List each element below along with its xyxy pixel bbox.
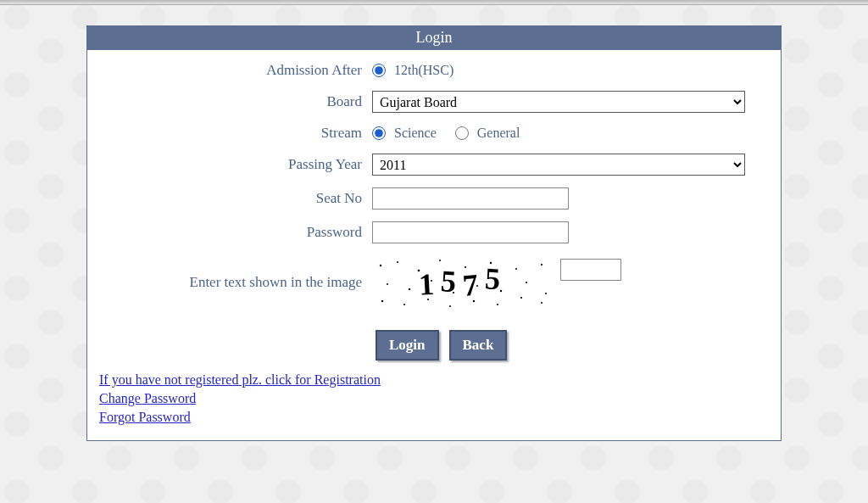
radio-stream-science-label: Science <box>394 126 437 141</box>
login-form: Admission After 12th(HSC) Board Gujarat … <box>87 50 781 440</box>
login-button[interactable]: Login <box>376 330 439 360</box>
svg-point-14 <box>526 282 527 283</box>
row-seat-no: Seat No <box>94 187 774 210</box>
radio-stream-general[interactable] <box>455 126 469 140</box>
link-forgot-password[interactable]: Forgot Password <box>99 410 191 425</box>
svg-point-3 <box>439 260 441 261</box>
label-seat-no: Seat No <box>94 190 372 207</box>
link-change-password[interactable]: Change Password <box>99 391 196 406</box>
svg-point-16 <box>381 300 383 302</box>
svg-point-22 <box>520 297 522 299</box>
label-password: Password <box>94 224 372 241</box>
input-captcha[interactable] <box>560 259 621 281</box>
captcha-text: 1575 <box>419 265 507 300</box>
radio-stream-general-label: General <box>477 126 520 141</box>
row-captcha: Enter text shown in the image 1575 <box>94 255 774 310</box>
input-password[interactable] <box>372 221 569 243</box>
label-board: Board <box>94 93 372 110</box>
radio-12th-hsc-label: 12th(HSC) <box>394 63 453 78</box>
svg-point-15 <box>545 293 547 294</box>
svg-point-0 <box>380 265 381 266</box>
svg-point-1 <box>397 261 398 263</box>
svg-point-8 <box>387 283 388 285</box>
svg-point-6 <box>515 268 517 270</box>
button-row: Login Back <box>376 330 774 360</box>
svg-point-17 <box>403 304 405 305</box>
svg-point-21 <box>497 304 498 305</box>
input-seat-no[interactable] <box>372 187 569 210</box>
svg-point-23 <box>541 302 542 304</box>
link-register[interactable]: If you have not registered plz. click fo… <box>99 372 381 388</box>
select-passing-year[interactable]: 2011 <box>372 154 745 176</box>
label-captcha: Enter text shown in the image <box>94 274 372 291</box>
svg-point-7 <box>541 264 542 265</box>
captcha-image: 1575 <box>372 255 554 310</box>
links-area: If you have not registered plz. click fo… <box>94 372 774 437</box>
svg-point-9 <box>409 288 410 290</box>
row-admission-after: Admission After 12th(HSC) <box>94 62 774 79</box>
radio-12th-hsc[interactable] <box>372 64 386 77</box>
label-passing-year: Passing Year <box>94 156 372 173</box>
panel-title: Login <box>87 26 781 50</box>
row-stream: Stream Science General <box>94 125 774 142</box>
row-password: Password <box>94 221 774 243</box>
select-board[interactable]: Gujarat Board <box>372 91 745 113</box>
login-panel: Login Admission After 12th(HSC) Board Gu… <box>86 25 782 441</box>
svg-point-19 <box>449 305 451 307</box>
row-board: Board Gujarat Board <box>94 91 774 113</box>
label-admission-after: Admission After <box>94 62 372 79</box>
back-button[interactable]: Back <box>449 330 508 360</box>
window-top-bar <box>0 0 868 5</box>
row-passing-year: Passing Year 2011 <box>94 154 774 176</box>
label-stream: Stream <box>94 125 372 142</box>
radio-stream-science[interactable] <box>372 126 386 140</box>
